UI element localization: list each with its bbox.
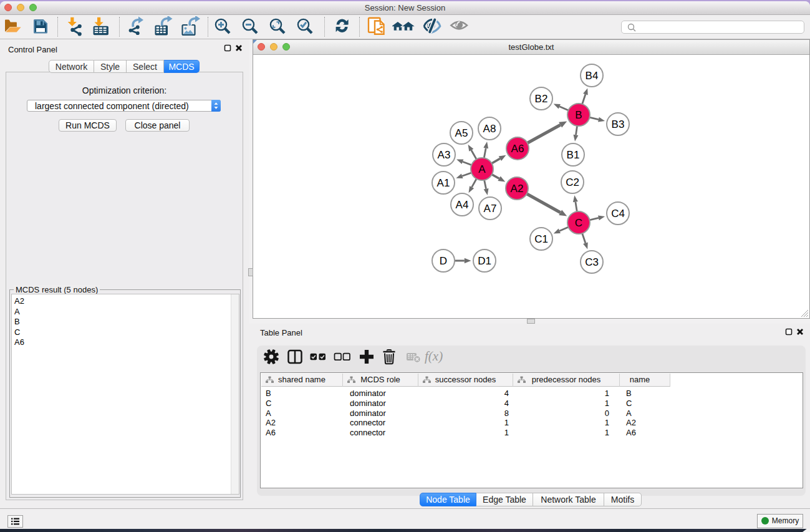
- svg-text:A6: A6: [511, 143, 524, 155]
- svg-text:D1: D1: [478, 255, 491, 267]
- svg-text:B3: B3: [612, 118, 625, 130]
- svg-text:C4: C4: [611, 208, 625, 220]
- svg-text:A7: A7: [484, 203, 497, 215]
- svg-text:A5: A5: [455, 127, 468, 139]
- svg-text:A8: A8: [483, 123, 496, 135]
- svg-text:B1: B1: [567, 149, 580, 161]
- svg-text:D: D: [440, 255, 447, 267]
- svg-text:A1: A1: [437, 177, 450, 189]
- svg-text:B2: B2: [535, 93, 548, 105]
- svg-text:A2: A2: [511, 183, 524, 195]
- svg-text:C3: C3: [585, 256, 599, 268]
- svg-text:B4: B4: [586, 70, 599, 82]
- svg-text:A3: A3: [438, 149, 451, 161]
- svg-text:C: C: [575, 217, 582, 229]
- svg-text:C1: C1: [534, 233, 548, 245]
- svg-text:B: B: [575, 109, 582, 121]
- svg-text:A4: A4: [456, 199, 469, 211]
- svg-text:A: A: [478, 163, 486, 175]
- svg-text:C2: C2: [566, 177, 579, 188]
